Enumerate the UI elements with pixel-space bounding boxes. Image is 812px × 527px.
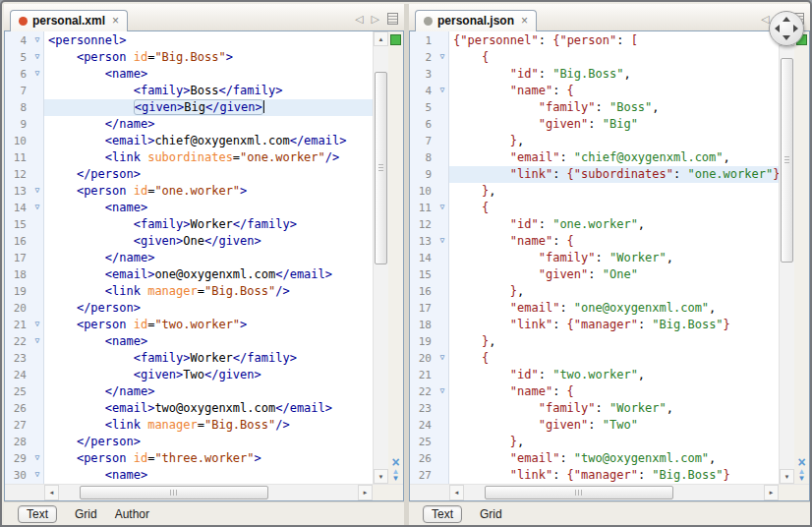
code-line[interactable]: 14▽ <name>	[5, 200, 373, 216]
tab-personal-xml[interactable]: personal.xml ×	[10, 10, 128, 31]
fold-toggle-icon[interactable]: ▽	[435, 49, 449, 66]
scrollbar-thumb[interactable]	[781, 58, 793, 263]
code-line[interactable]: 27 "link": {"manager": "Big.Boss"}	[410, 467, 779, 484]
horizontal-scrollbar[interactable]: ◄ ►	[44, 485, 373, 500]
code-line[interactable]: 26 <email>two@oxygenxml.com</email>	[5, 400, 373, 417]
code-line[interactable]: 12 "id": "one.worker",	[410, 216, 779, 233]
mode-text-button[interactable]: Text	[18, 505, 57, 523]
scrollbar-thumb[interactable]	[375, 72, 387, 264]
scrollbar-thumb[interactable]	[485, 486, 673, 499]
fold-toggle-icon[interactable]: ▽	[30, 32, 44, 49]
fold-toggle-icon[interactable]: ▽	[30, 317, 44, 333]
scroll-up-button[interactable]: ▲	[374, 31, 388, 46]
tab-close-icon[interactable]: ×	[112, 16, 119, 26]
fold-toggle-icon[interactable]: ▽	[30, 66, 44, 83]
scrollbar-track[interactable]	[780, 46, 794, 469]
code-line[interactable]: 4▽ "name": {	[410, 83, 779, 99]
fold-toggle-icon[interactable]: ▽	[30, 333, 44, 350]
tab-close-icon[interactable]: ×	[521, 16, 528, 26]
code-line[interactable]: 11▽ {	[410, 200, 779, 216]
code-line[interactable]: 16 },	[410, 283, 779, 300]
scroll-down-button[interactable]: ▼	[780, 469, 794, 484]
horizontal-scrollbar[interactable]: ◄ ►	[449, 485, 779, 500]
code-line[interactable]: 8 "email": "chief@oxygenxml.com",	[410, 149, 779, 166]
code-line[interactable]: 15 "given": "One"	[410, 266, 779, 283]
code-line[interactable]: 23 <family>Worker</family>	[5, 350, 373, 367]
code-line[interactable]: 3 "id": "Big.Boss",	[410, 66, 779, 83]
fold-toggle-icon[interactable]: ▽	[435, 350, 449, 367]
json-code-area[interactable]: 1{"personnel": {"person": [2▽ {3 "id": "…	[410, 31, 779, 484]
nav-back-icon[interactable]: ◁	[355, 14, 363, 25]
vertical-scrollbar[interactable]: ▲ ▼	[779, 31, 794, 484]
code-line[interactable]: 19 <link manager="Big.Boss"/>	[5, 283, 373, 300]
fold-toggle-icon[interactable]: ▽	[30, 467, 44, 484]
code-line[interactable]: 21 "id": "two.worker",	[410, 367, 779, 383]
code-line[interactable]: 1{"personnel": {"person": [	[410, 32, 779, 49]
code-line[interactable]: 7 },	[410, 133, 779, 149]
code-line[interactable]: 9 </name>	[5, 116, 373, 133]
nav-back-icon[interactable]: ◁	[761, 14, 769, 25]
mode-text-button[interactable]: Text	[423, 505, 462, 523]
code-line[interactable]: 10 },	[410, 183, 779, 200]
code-line[interactable]: 29▽ <person id="three.worker">	[5, 450, 373, 467]
fold-toggle-icon[interactable]: ▽	[435, 200, 449, 216]
scrollbar-track[interactable]	[59, 485, 358, 500]
code-line[interactable]: 14 "family": "Worker",	[410, 250, 779, 266]
code-line[interactable]: 16 <given>One</given>	[5, 233, 373, 250]
scroll-left-button[interactable]: ◄	[449, 485, 464, 500]
xml-code-area[interactable]: 4▽<personnel>5▽ <person id="Big.Boss">6▽…	[5, 31, 373, 484]
code-line[interactable]: 22▽ "name": {	[410, 383, 779, 400]
stripe-next-icon[interactable]: ▼	[392, 475, 400, 483]
code-line[interactable]: 6 "given": "Big"	[410, 116, 779, 133]
code-line[interactable]: 9 "link": {"subordinates": "one.worker"}	[410, 166, 779, 183]
code-line[interactable]: 6▽ <name>	[5, 66, 373, 83]
scroll-left-button[interactable]: ◄	[44, 485, 59, 500]
code-line[interactable]: 27 <link manager="Big.Boss"/>	[5, 417, 373, 434]
code-line[interactable]: 8 <given>Big</given>	[5, 99, 373, 116]
fold-toggle-icon[interactable]: ▽	[435, 383, 449, 400]
code-line[interactable]: 24 <given>Two</given>	[5, 367, 373, 383]
fold-toggle-icon[interactable]: ▽	[30, 450, 44, 467]
stripe-next-icon[interactable]: ▼	[798, 475, 806, 483]
scroll-down-button[interactable]: ▼	[374, 469, 388, 484]
scrollbar-track[interactable]	[374, 46, 388, 469]
code-line[interactable]: 7 <family>Boss</family>	[5, 83, 373, 99]
code-line[interactable]: 28 </person>	[5, 434, 373, 450]
tab-list-icon[interactable]	[387, 13, 398, 25]
pan-scroll-icon[interactable]	[769, 11, 804, 46]
mode-grid-button[interactable]: Grid	[75, 507, 97, 521]
scroll-right-button[interactable]: ►	[358, 485, 373, 500]
nav-forward-icon[interactable]: ▷	[372, 14, 379, 25]
code-line[interactable]: 13▽ "name": {	[410, 233, 779, 250]
code-line[interactable]: 15 <family>Worker</family>	[5, 216, 373, 233]
fold-toggle-icon[interactable]: ▽	[30, 183, 44, 200]
code-line[interactable]: 12 </person>	[5, 166, 373, 183]
fold-toggle-icon[interactable]: ▽	[435, 233, 449, 250]
code-line[interactable]: 18 "link": {"manager": "Big.Boss"}	[410, 317, 779, 333]
code-line[interactable]: 23 "family": "Worker",	[410, 400, 779, 417]
code-line[interactable]: 22▽ <name>	[5, 333, 373, 350]
fold-toggle-icon[interactable]: ▽	[435, 83, 449, 99]
code-line[interactable]: 17 "email": "one@oxygenxml.com",	[410, 300, 779, 317]
code-line[interactable]: 26 "email": "two@oxygenxml.com",	[410, 450, 779, 467]
code-line[interactable]: 25 </name>	[5, 383, 373, 400]
code-line[interactable]: 21▽ <person id="two.worker">	[5, 317, 373, 333]
scrollbar-track[interactable]	[464, 485, 764, 500]
code-line[interactable]: 5▽ <person id="Big.Boss">	[5, 49, 373, 66]
code-line[interactable]: 19 },	[410, 333, 779, 350]
code-line[interactable]: 18 <email>one@oxygenxml.com</email>	[5, 266, 373, 283]
scrollbar-thumb[interactable]	[80, 486, 268, 499]
code-line[interactable]: 10 <email>chief@oxygenxml.com</email>	[5, 133, 373, 149]
code-line[interactable]: 5 "family": "Boss",	[410, 99, 779, 116]
code-line[interactable]: 11 <link subordinates="one.worker"/>	[5, 149, 373, 166]
fold-toggle-icon[interactable]: ▽	[30, 49, 44, 66]
fold-toggle-icon[interactable]: ▽	[30, 200, 44, 216]
code-line[interactable]: 13▽ <person id="one.worker">	[5, 183, 373, 200]
scroll-right-button[interactable]: ►	[764, 485, 779, 500]
code-line[interactable]: 25 },	[410, 434, 779, 450]
code-line[interactable]: 17 </name>	[5, 250, 373, 266]
tab-personal-json[interactable]: personal.json ×	[415, 10, 537, 31]
code-line[interactable]: 2▽ {	[410, 49, 779, 66]
mode-grid-button[interactable]: Grid	[480, 507, 502, 521]
code-line[interactable]: 20 </person>	[5, 300, 373, 317]
